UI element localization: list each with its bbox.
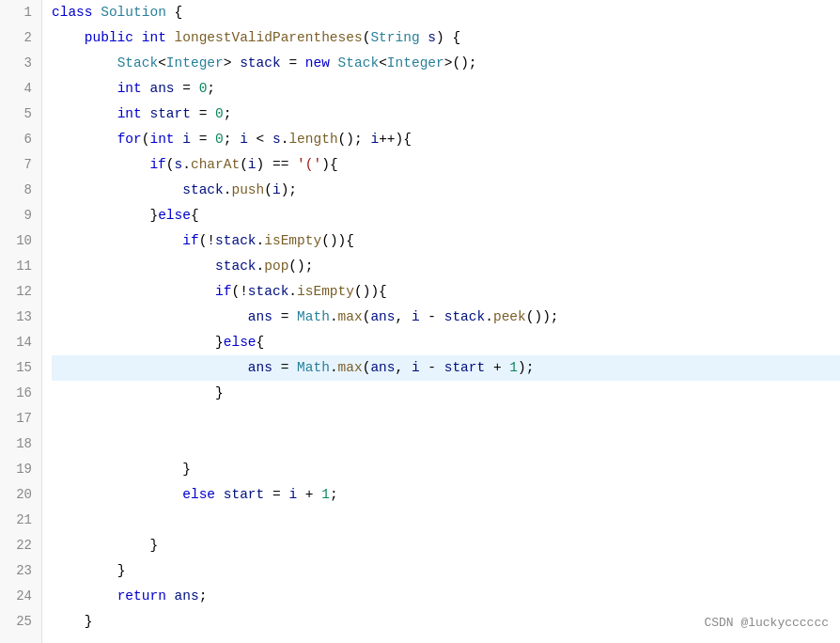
code-line-10: if(!stack.isEmpty()){	[52, 228, 840, 254]
ln-22: 22	[0, 533, 41, 558]
code-line-9: }else{	[52, 203, 840, 228]
code-line-14: }else{	[52, 330, 840, 355]
ln-25: 25	[0, 609, 41, 635]
code-line-5: int start = 0;	[52, 102, 840, 127]
ln-7: 7	[0, 152, 41, 178]
code-line-19: }	[52, 457, 840, 482]
ln-15: 15	[0, 355, 41, 381]
code-content: class Solution { public int longestValid…	[42, 0, 840, 643]
footer-watermark: CSDN @luckycccccc	[704, 610, 829, 635]
code-line-16: }	[52, 381, 840, 406]
code-editor: 1 2 3 4 5 6 7 8 9 10 11 12 13 14 15 16 1…	[0, 0, 840, 643]
code-line-7: if(s.charAt(i) == '('){	[52, 152, 840, 178]
code-line-12: if(!stack.isEmpty()){	[52, 279, 840, 305]
code-line-22: }	[52, 533, 840, 558]
ln-17: 17	[0, 406, 41, 431]
ln-21: 21	[0, 508, 41, 533]
ln-5: 5	[0, 102, 41, 127]
code-line-6: for(int i = 0; i < s.length(); i++){	[52, 127, 840, 152]
ln-23: 23	[0, 558, 41, 584]
code-line-2: public int longestValidParentheses(Strin…	[52, 25, 840, 51]
ln-6: 6	[0, 127, 41, 152]
ln-11: 11	[0, 254, 41, 279]
ln-18: 18	[0, 431, 41, 457]
ln-13: 13	[0, 305, 41, 330]
ln-14: 14	[0, 330, 41, 355]
line-numbers: 1 2 3 4 5 6 7 8 9 10 11 12 13 14 15 16 1…	[0, 0, 42, 643]
ln-9: 9	[0, 203, 41, 228]
code-line-23: }	[52, 558, 840, 584]
code-line-21	[52, 508, 840, 533]
code-line-1: class Solution {	[52, 0, 840, 25]
ln-4: 4	[0, 76, 41, 102]
code-line-13: ans = Math.max(ans, i - stack.peek());	[52, 305, 840, 330]
code-line-24: return ans;	[52, 584, 840, 609]
ln-10: 10	[0, 228, 41, 254]
code-line-3: Stack<Integer> stack = new Stack<Integer…	[52, 51, 840, 76]
ln-20: 20	[0, 482, 41, 508]
ln-19: 19	[0, 457, 41, 482]
code-line-8: stack.push(i);	[52, 178, 840, 203]
ln-3: 3	[0, 51, 41, 76]
ln-16: 16	[0, 381, 41, 406]
ln-8: 8	[0, 178, 41, 203]
ln-2: 2	[0, 25, 41, 51]
code-line-11: stack.pop();	[52, 254, 840, 279]
code-line-15: ans = Math.max(ans, i - start + 1);	[52, 355, 840, 381]
ln-12: 12	[0, 279, 41, 305]
ln-1: 1	[0, 0, 41, 25]
code-line-4: int ans = 0;	[52, 76, 840, 102]
ln-24: 24	[0, 584, 41, 609]
code-line-18	[52, 431, 840, 457]
code-line-17	[52, 406, 840, 431]
code-line-20: else start = i + 1;	[52, 482, 840, 508]
